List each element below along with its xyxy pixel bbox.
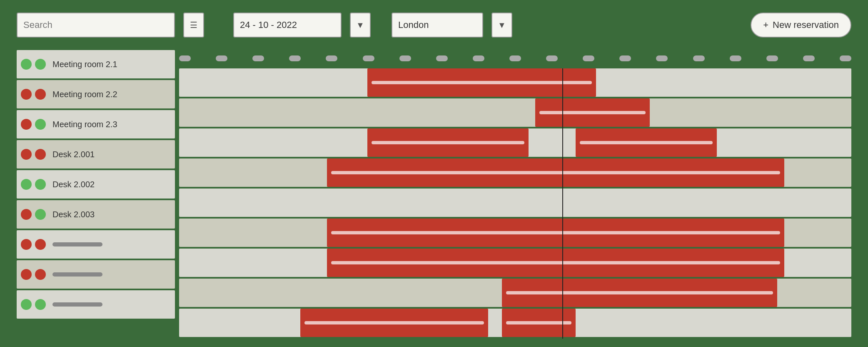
rooms-panel: Meeting room 2.1Meeting room 2.2Meeting … bbox=[17, 50, 175, 339]
room-row[interactable]: Meeting room 2.3 bbox=[17, 110, 175, 138]
gantt-bar bbox=[502, 279, 778, 307]
gantt-bar-label bbox=[372, 141, 524, 144]
search-button[interactable]: ☰ bbox=[183, 13, 204, 38]
gantt-row[interactable] bbox=[179, 249, 851, 277]
room-dot-1 bbox=[21, 239, 32, 250]
room-row[interactable] bbox=[17, 230, 175, 259]
gantt-row[interactable] bbox=[179, 189, 851, 217]
location-value: London bbox=[398, 20, 429, 30]
gantt-bar bbox=[327, 249, 784, 277]
room-dot-2 bbox=[35, 209, 46, 220]
room-dot-1 bbox=[21, 119, 32, 130]
room-dots bbox=[21, 89, 46, 100]
room-dots bbox=[21, 209, 46, 220]
gantt-bar bbox=[300, 309, 489, 337]
room-dots bbox=[21, 269, 46, 280]
gantt-bar bbox=[535, 98, 649, 127]
time-tick bbox=[730, 55, 741, 61]
time-tick bbox=[252, 55, 264, 61]
gantt-bar-label bbox=[539, 111, 645, 114]
room-dots bbox=[21, 239, 46, 250]
room-name-placeholder bbox=[52, 242, 102, 246]
time-tick bbox=[766, 55, 778, 61]
time-tick bbox=[803, 55, 815, 61]
gantt-panel bbox=[179, 50, 851, 339]
current-time-line bbox=[562, 68, 563, 339]
time-ticks bbox=[179, 55, 851, 61]
new-reservation-button[interactable]: + New reservation bbox=[751, 13, 851, 38]
room-name: Desk 2.002 bbox=[52, 180, 95, 189]
room-name: Meeting room 2.2 bbox=[52, 90, 117, 99]
location-display: London bbox=[392, 13, 483, 38]
date-value: 24 - 10 - 2022 bbox=[240, 20, 297, 30]
room-name-placeholder bbox=[52, 302, 102, 307]
calendar-icon: ▼ bbox=[356, 20, 364, 30]
room-row[interactable] bbox=[17, 260, 175, 289]
room-row[interactable]: Desk 2.002 bbox=[17, 170, 175, 199]
gantt-row[interactable] bbox=[179, 158, 851, 187]
main-content: Meeting room 2.1Meeting room 2.2Meeting … bbox=[17, 50, 851, 339]
room-dot-2 bbox=[35, 299, 46, 310]
gantt-row[interactable] bbox=[179, 68, 851, 97]
gantt-bar bbox=[327, 158, 784, 187]
gantt-row[interactable] bbox=[179, 309, 851, 337]
time-tick bbox=[546, 55, 558, 61]
gantt-bar-label bbox=[580, 141, 713, 144]
room-dots bbox=[21, 299, 46, 310]
time-tick bbox=[509, 55, 521, 61]
time-tick bbox=[289, 55, 301, 61]
room-dots bbox=[21, 149, 46, 160]
search-box bbox=[17, 13, 175, 38]
room-dot-2 bbox=[35, 269, 46, 280]
room-dot-1 bbox=[21, 179, 32, 190]
room-dot-2 bbox=[35, 239, 46, 250]
plus-icon: + bbox=[763, 20, 768, 30]
room-row[interactable]: Desk 2.001 bbox=[17, 140, 175, 168]
gantt-bar bbox=[502, 309, 576, 337]
gantt-row[interactable] bbox=[179, 128, 851, 157]
search-icon: ☰ bbox=[190, 20, 197, 30]
gantt-bar bbox=[576, 128, 717, 157]
date-picker-button[interactable]: ▼ bbox=[350, 13, 371, 38]
time-tick bbox=[326, 55, 337, 61]
room-dot-1 bbox=[21, 269, 32, 280]
room-row[interactable]: Meeting room 2.2 bbox=[17, 80, 175, 108]
gantt-bar-label bbox=[506, 321, 572, 324]
gantt-bar-label bbox=[506, 291, 773, 294]
room-dot-1 bbox=[21, 149, 32, 160]
room-name: Desk 2.001 bbox=[52, 150, 95, 159]
room-dots bbox=[21, 59, 46, 70]
time-tick bbox=[179, 55, 191, 61]
toolbar: ☰ 24 - 10 - 2022 ▼ London ▼ + New reserv… bbox=[17, 13, 851, 38]
time-tick bbox=[693, 55, 705, 61]
time-tick bbox=[399, 55, 411, 61]
search-input[interactable] bbox=[23, 20, 168, 30]
time-tick bbox=[656, 55, 668, 61]
time-tick bbox=[583, 55, 594, 61]
room-name: Desk 2.003 bbox=[52, 210, 95, 219]
room-row[interactable] bbox=[17, 290, 175, 319]
new-reservation-label: New reservation bbox=[773, 20, 839, 30]
room-dots bbox=[21, 119, 46, 130]
room-dot-1 bbox=[21, 89, 32, 100]
gantt-bar-label bbox=[331, 171, 780, 174]
gantt-bar-label bbox=[372, 81, 592, 84]
gantt-bar-label bbox=[304, 321, 484, 324]
time-header bbox=[179, 50, 851, 67]
location-picker-button[interactable]: ▼ bbox=[491, 13, 512, 38]
room-dot-2 bbox=[35, 119, 46, 130]
room-row[interactable]: Meeting room 2.1 bbox=[17, 50, 175, 78]
room-dot-2 bbox=[35, 59, 46, 70]
room-dot-2 bbox=[35, 89, 46, 100]
room-dot-1 bbox=[21, 59, 32, 70]
gantt-row[interactable] bbox=[179, 279, 851, 307]
gantt-rows bbox=[179, 68, 851, 339]
room-dots bbox=[21, 179, 46, 190]
gantt-bar bbox=[367, 128, 529, 157]
time-tick bbox=[216, 55, 227, 61]
room-row[interactable]: Desk 2.003 bbox=[17, 200, 175, 229]
gantt-row[interactable] bbox=[179, 98, 851, 127]
gantt-row[interactable] bbox=[179, 219, 851, 247]
time-tick bbox=[363, 55, 374, 61]
time-tick bbox=[473, 55, 484, 61]
